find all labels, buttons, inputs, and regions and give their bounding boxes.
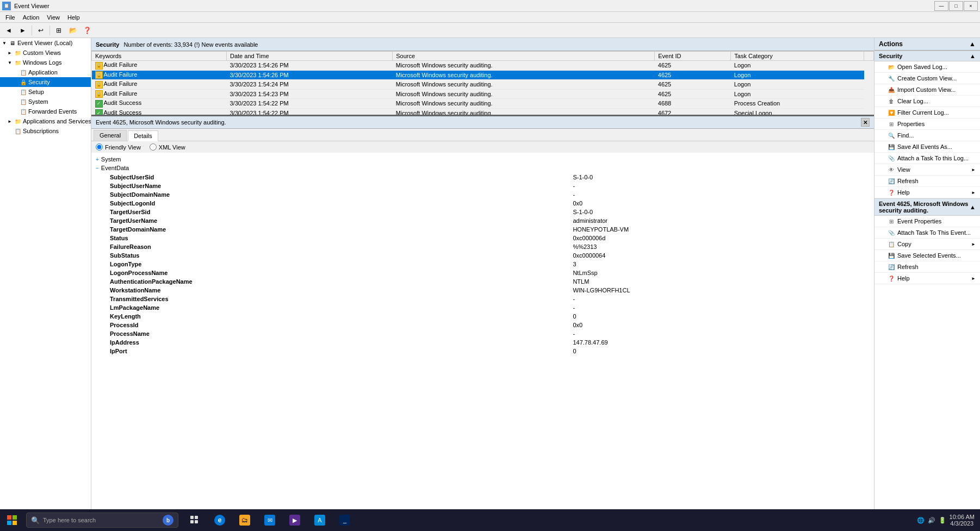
table-row[interactable]: ✓Audit Success 3/30/2023 1:54:22 PM Micr… bbox=[92, 99, 874, 109]
toolbar-new[interactable]: ⊞ bbox=[52, 24, 65, 36]
menu-action[interactable]: Action bbox=[20, 14, 43, 21]
tree-expand-icon: ► bbox=[8, 51, 13, 55]
radio-xml[interactable]: XML View bbox=[150, 143, 185, 151]
check-icon: ✓ bbox=[95, 100, 103, 108]
col-taskcategory[interactable]: Task Category bbox=[731, 52, 864, 61]
tree-item-system[interactable]: 📋 System bbox=[0, 97, 91, 107]
maximize-button[interactable]: □ bbox=[949, 1, 963, 11]
action-item-0-10[interactable]: 🔄 Refresh bbox=[874, 176, 980, 187]
table-row[interactable]: 🔒Audit Failure 3/30/2023 1:54:26 PM Micr… bbox=[92, 70, 874, 80]
radio-friendly-input[interactable] bbox=[96, 143, 103, 151]
tree-item-setup[interactable]: 📋 Setup bbox=[0, 87, 91, 97]
taskbar-app-explorer[interactable]: 🗂 bbox=[233, 509, 257, 531]
taskbar-app-shell[interactable]: _ bbox=[333, 509, 357, 531]
action-label: Save Selected Events... bbox=[897, 252, 961, 259]
cell-taskcategory: Logon bbox=[731, 61, 864, 71]
field-value: - bbox=[570, 295, 869, 303]
event-field-row: TargetUserName administrator bbox=[97, 217, 869, 224]
table-row[interactable]: 🔒Audit Failure 3/30/2023 1:54:23 PM Micr… bbox=[92, 89, 874, 99]
shell-icon: _ bbox=[339, 515, 350, 526]
action-label: Event Properties bbox=[897, 218, 941, 224]
col-datetime[interactable]: Date and Time bbox=[227, 52, 393, 61]
tree-item-security[interactable]: 🔒 Security bbox=[0, 77, 91, 87]
action-icon: ⊞ bbox=[888, 120, 895, 128]
taskbar-right: 🌐 🔊 🔋 10:06 AM 4/3/2023 bbox=[911, 514, 980, 527]
section-header[interactable]: − EventData bbox=[96, 164, 870, 172]
section-name: EventData bbox=[101, 165, 129, 171]
tree-item-custom-views[interactable]: ► 📁 Custom Views bbox=[0, 48, 91, 58]
table-row[interactable]: ✓Audit Success 3/30/2023 1:54:22 PM Micr… bbox=[92, 108, 874, 116]
action-item-0-5[interactable]: ⊞ Properties bbox=[874, 118, 980, 130]
section-header[interactable]: + System bbox=[96, 155, 870, 164]
table-row[interactable]: 🔒Audit Failure 3/30/2023 1:54:26 PM Micr… bbox=[92, 61, 874, 71]
action-item-0-8[interactable]: 📎 Attach a Task To this Log... bbox=[874, 153, 980, 164]
action-item-1-1[interactable]: 📎 Attach Task To This Event... bbox=[874, 227, 980, 239]
taskbar-app-mail[interactable]: ✉ bbox=[258, 509, 282, 531]
right-panel: Actions ▲ Security▲ 📂 Open Saved Log... … bbox=[874, 38, 980, 509]
radio-friendly[interactable]: Friendly View bbox=[96, 143, 141, 151]
tree-item-application[interactable]: 📋 Application bbox=[0, 67, 91, 77]
action-item-1-4[interactable]: 🔄 Refresh bbox=[874, 261, 980, 273]
cell-taskcategory: Logon bbox=[731, 80, 864, 90]
taskbar-app-azure[interactable]: A bbox=[308, 509, 332, 531]
log-title: Security bbox=[96, 41, 119, 48]
menu-file[interactable]: File bbox=[2, 14, 18, 21]
col-source[interactable]: Source bbox=[393, 52, 655, 61]
action-label: Attach Task To This Event... bbox=[897, 229, 971, 236]
action-item-0-3[interactable]: 🗑 Clear Log... bbox=[874, 96, 980, 107]
action-item-1-3[interactable]: 💾 Save Selected Events... bbox=[874, 250, 980, 261]
tree-item-app-services[interactable]: ► 📁 Applications and Services Lo... bbox=[0, 116, 91, 126]
taskbar-app-vs[interactable]: ▶ bbox=[283, 509, 307, 531]
event-field-row: TargetUserSid S-1-0-0 bbox=[97, 208, 869, 216]
col-eventid[interactable]: Event ID bbox=[655, 52, 731, 61]
action-item-0-2[interactable]: 📥 Import Custom View... bbox=[874, 84, 980, 96]
start-button[interactable] bbox=[0, 509, 24, 531]
cell-taskcategory: Logon bbox=[731, 89, 864, 99]
action-item-0-0[interactable]: 📂 Open Saved Log... bbox=[874, 61, 980, 73]
tab-general[interactable]: General bbox=[94, 130, 127, 141]
svg-rect-1 bbox=[13, 515, 17, 520]
toolbar-up[interactable]: ↩ bbox=[34, 24, 47, 36]
toolbar-back[interactable]: ◄ bbox=[2, 24, 15, 36]
taskbar-app-edge[interactable]: e bbox=[208, 509, 232, 531]
submenu-arrow-icon: ► bbox=[971, 276, 976, 281]
menu-help[interactable]: Help bbox=[64, 14, 83, 21]
section-collapse-icon: ▲ bbox=[970, 53, 976, 59]
taskbar-app-view[interactable] bbox=[183, 509, 207, 531]
detail-close-button[interactable]: ✕ bbox=[861, 118, 870, 127]
app-title: Event Viewer bbox=[14, 3, 49, 9]
close-button[interactable]: × bbox=[964, 1, 978, 11]
action-label: Properties bbox=[897, 121, 925, 127]
cortana-icon: b bbox=[163, 515, 173, 526]
action-item-0-4[interactable]: 🔽 Filter Current Log... bbox=[874, 107, 980, 118]
tree-item-forwarded-events[interactable]: 📋 Forwarded Events bbox=[0, 107, 91, 116]
action-icon: 🔄 bbox=[888, 177, 895, 185]
toolbar-help[interactable]: ❓ bbox=[80, 24, 94, 36]
tree-item-event-viewer[interactable]: ▼ 🖥 Event Viewer (Local) bbox=[0, 38, 91, 48]
action-item-0-1[interactable]: 🔧 Create Custom View... bbox=[874, 73, 980, 84]
main-layout: ▼ 🖥 Event Viewer (Local) ► 📁 Custom View… bbox=[0, 38, 980, 509]
menu-view[interactable]: View bbox=[44, 14, 63, 21]
tab-details[interactable]: Details bbox=[128, 130, 158, 141]
col-keywords[interactable]: Keywords bbox=[92, 52, 227, 61]
radio-xml-input[interactable] bbox=[150, 143, 157, 151]
minimize-button[interactable]: — bbox=[934, 1, 948, 11]
action-item-0-7[interactable]: 💾 Save All Events As... bbox=[874, 141, 980, 153]
action-item-1-2[interactable]: 📋 Copy ► bbox=[874, 239, 980, 250]
action-item-0-11[interactable]: ❓ Help ► bbox=[874, 187, 980, 198]
action-item-1-5[interactable]: ❓ Help ► bbox=[874, 273, 980, 284]
action-item-0-9[interactable]: 👁 View ► bbox=[874, 164, 980, 176]
table-row[interactable]: 🔒Audit Failure 3/30/2023 1:54:24 PM Micr… bbox=[92, 80, 874, 90]
tree-item-subscriptions[interactable]: 📋 Subscriptions bbox=[0, 126, 91, 136]
event-field-row: ProcessName - bbox=[97, 330, 869, 338]
field-name: TargetUserSid bbox=[97, 208, 569, 216]
setup-icon: 📋 bbox=[20, 88, 27, 96]
toolbar-forward[interactable]: ► bbox=[16, 24, 29, 36]
action-item-0-6[interactable]: 🔍 Find... bbox=[874, 130, 980, 141]
tree-item-windows-logs[interactable]: ▼ 📁 Windows Logs bbox=[0, 58, 91, 67]
toolbar-open[interactable]: 📂 bbox=[66, 24, 79, 36]
taskbar-search-box[interactable]: 🔍 Type here to search b bbox=[26, 513, 178, 528]
event-field-row: SubjectUserSid S-1-0-0 bbox=[97, 173, 869, 181]
action-label: Create Custom View... bbox=[897, 75, 957, 82]
action-item-1-0[interactable]: ⊞ Event Properties bbox=[874, 216, 980, 227]
